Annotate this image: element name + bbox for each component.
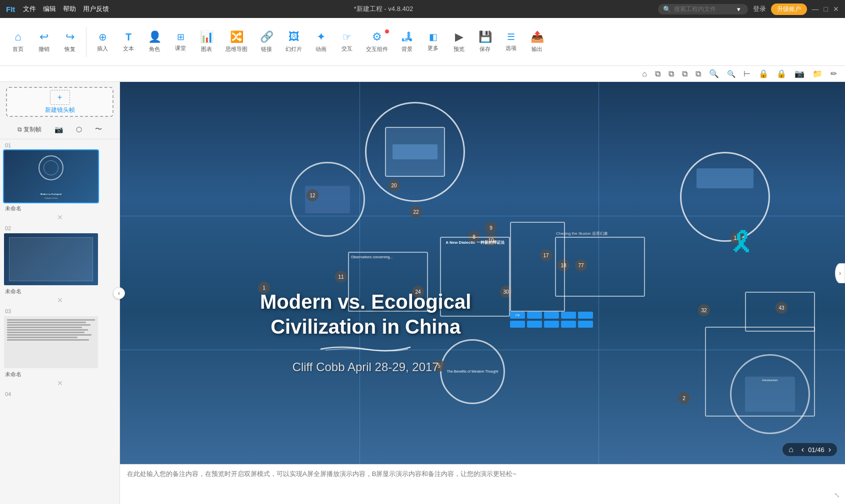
notification-dot xyxy=(385,29,389,33)
toolbar-slide[interactable]: 🖼 幻灯片 xyxy=(280,27,307,56)
toolbar-undo[interactable]: ↩ 撤销 xyxy=(32,27,56,56)
search-dropdown-icon[interactable]: ▾ xyxy=(737,5,740,13)
conn-btn-6 xyxy=(510,321,525,328)
toolbar-insert[interactable]: ⊕ 插入 xyxy=(90,28,114,55)
toolbar-save[interactable]: 💾 保存 xyxy=(473,27,497,56)
toolbar-insert-label: 插入 xyxy=(97,45,108,52)
slide-label-3: 未命名 xyxy=(3,371,116,378)
maximize-button[interactable]: □ xyxy=(824,5,828,13)
notes-expand-button[interactable]: ⤡ xyxy=(834,491,840,499)
slide-thumbnail-1[interactable]: Modern vs. Ecological Civilization in Ch… xyxy=(3,149,99,203)
toolbar-mindmap[interactable]: 🔀 思维导图 xyxy=(220,27,252,56)
toolbar-animation[interactable]: ✦ 动画 xyxy=(309,27,333,56)
sec-zoom-out-icon[interactable]: 🔍 xyxy=(725,69,738,79)
sec-camera-icon[interactable]: 📷 xyxy=(792,68,806,79)
left-panel: + 新建镜头帧 ⧉ 复制帧 📷 ⬡ 〜 01 xyxy=(0,82,120,504)
shape-frame-button[interactable]: ⬡ xyxy=(72,123,86,135)
slide-item-2[interactable]: 02 未命名 ✕ xyxy=(3,225,116,304)
toolbar-home[interactable]: ⌂ 首页 xyxy=(6,27,30,56)
toolbar-shadow[interactable]: ◧ 更多 xyxy=(421,28,445,55)
toolbar-mindmap-label: 思维导图 xyxy=(226,45,248,53)
close-button[interactable]: ✕ xyxy=(833,5,839,13)
nav-prev-button[interactable]: ‹ xyxy=(802,445,804,454)
menu-feedback[interactable]: 用户反馈 xyxy=(83,4,109,13)
slide-item-1[interactable]: 01 Modern vs. Ecological Civilization in… xyxy=(3,142,116,221)
sec-edit-icon[interactable]: ✏ xyxy=(828,68,839,79)
app-logo: FIt xyxy=(6,5,15,13)
curve-frame-button[interactable]: 〜 xyxy=(91,123,106,136)
sec-home-icon[interactable]: ⌂ xyxy=(640,68,649,79)
toolbar-preview[interactable]: ▶ 预览 xyxy=(447,27,471,56)
toolbar-interact-widget[interactable]: ⚙ 交互组件 xyxy=(361,27,393,56)
nav-home-button[interactable]: ⌂ xyxy=(788,445,794,454)
classroom-icon: ⊞ xyxy=(177,31,184,42)
slide-number-2: 02 xyxy=(3,225,116,231)
toolbar-text[interactable]: T 文本 xyxy=(116,28,140,55)
search-input[interactable] xyxy=(674,5,734,12)
circle-left-center xyxy=(290,162,365,237)
toolbar-options-label: 选项 xyxy=(506,44,516,52)
login-button[interactable]: 登录 xyxy=(753,4,766,13)
upgrade-button[interactable]: 升级账户 xyxy=(771,3,807,15)
sec-align-icon[interactable]: ⊢ xyxy=(742,68,752,79)
sec-copy1-icon[interactable]: ⧉ xyxy=(653,68,662,79)
sec-folder-icon[interactable]: 📁 xyxy=(810,68,824,79)
right-collapse-icon: › xyxy=(839,270,841,277)
collapse-panel-button[interactable]: ‹ xyxy=(113,287,125,299)
slide-label-1: 未命名 xyxy=(3,205,116,212)
app-title: *新建工程 - v4.8.402 xyxy=(354,4,414,13)
badge-32: 32 xyxy=(698,304,710,316)
minimize-button[interactable]: — xyxy=(812,5,819,13)
toolbar-classroom[interactable]: ⊞ 课堂 xyxy=(168,28,192,55)
slide-item-4[interactable]: 04 xyxy=(3,391,116,397)
right-collapse-button[interactable]: › xyxy=(835,263,845,283)
conn-btn-1: CB xyxy=(510,312,525,319)
slide-thumbnail-3[interactable] xyxy=(3,315,99,369)
toolbar-export[interactable]: 📤 输出 xyxy=(525,27,549,56)
copy-frame-button[interactable]: ⧉ 复制帧 xyxy=(14,123,46,136)
home-icon: ⌂ xyxy=(14,30,21,43)
toolbar-redo[interactable]: ↪ 恢复 xyxy=(58,27,82,56)
badge-11: 11 xyxy=(335,271,347,283)
nav-next-button[interactable]: › xyxy=(828,445,831,454)
toolbar-interact[interactable]: ☞ 交互 xyxy=(335,28,359,55)
toolbar-role[interactable]: 👤 角色 xyxy=(142,27,166,56)
slide-item-3[interactable]: 03 未命名 ✕ xyxy=(3,308,116,387)
title-bar-left: FIt 文件 编辑 帮助 用户反馈 xyxy=(6,4,109,13)
title-line2: Civilization in China xyxy=(260,314,471,339)
toolbar-options[interactable]: ☰ 选项 xyxy=(499,28,523,55)
conn-btn-10 xyxy=(578,321,593,328)
toolbar-link[interactable]: 🔗 链接 xyxy=(254,27,278,56)
sec-copy2-icon[interactable]: ⧉ xyxy=(666,68,676,79)
sec-zoom-in-icon[interactable]: 🔍 xyxy=(707,68,721,79)
slide-thumbnail-2[interactable] xyxy=(3,232,99,286)
toolbar-interact-label: 交互 xyxy=(342,45,352,52)
interact-widget-icon: ⚙ xyxy=(372,30,382,43)
slide-canvas[interactable]: The Benefits of Western Thought Introduc… xyxy=(120,82,845,464)
link-icon: 🔗 xyxy=(260,30,274,43)
sec-copy4-icon[interactable]: ⧉ xyxy=(694,68,703,79)
toolbar-chart[interactable]: 📊 图表 xyxy=(194,27,218,56)
chart-icon: 📊 xyxy=(200,30,214,43)
toolbar-background[interactable]: 🏞 背景 xyxy=(395,27,419,56)
sec-lock2-icon[interactable]: 🔒 xyxy=(774,68,788,79)
sec-lock1-icon[interactable]: 🔒 xyxy=(756,68,770,79)
sec-copy3-icon[interactable]: ⧉ xyxy=(680,68,690,79)
redo-icon: ↪ xyxy=(66,30,74,43)
preview-icon: ▶ xyxy=(455,30,464,43)
main-layout: + 新建镜头帧 ⧉ 复制帧 📷 ⬡ 〜 01 xyxy=(0,82,845,504)
notes-input[interactable] xyxy=(127,470,838,499)
slide-edit-icon-2: ✕ xyxy=(3,296,116,304)
menu-edit[interactable]: 编辑 xyxy=(43,4,56,13)
shadow-icon: ◧ xyxy=(429,31,438,42)
slide-main-title: Modern vs. Ecological Civilization in Ch… xyxy=(260,289,471,374)
thumb-title: Modern vs. Ecological xyxy=(40,193,62,195)
new-frame-button[interactable]: + 新建镜头帧 xyxy=(6,87,114,117)
camera-frame-button[interactable]: 📷 xyxy=(50,123,67,135)
badge-12: 12 xyxy=(306,189,318,201)
menu-help[interactable]: 帮助 xyxy=(63,4,76,13)
conn-btn-8 xyxy=(544,321,559,328)
menu-file[interactable]: 文件 xyxy=(23,4,36,13)
conn-btn-3 xyxy=(544,312,559,319)
badge-20: 20 xyxy=(388,179,400,191)
